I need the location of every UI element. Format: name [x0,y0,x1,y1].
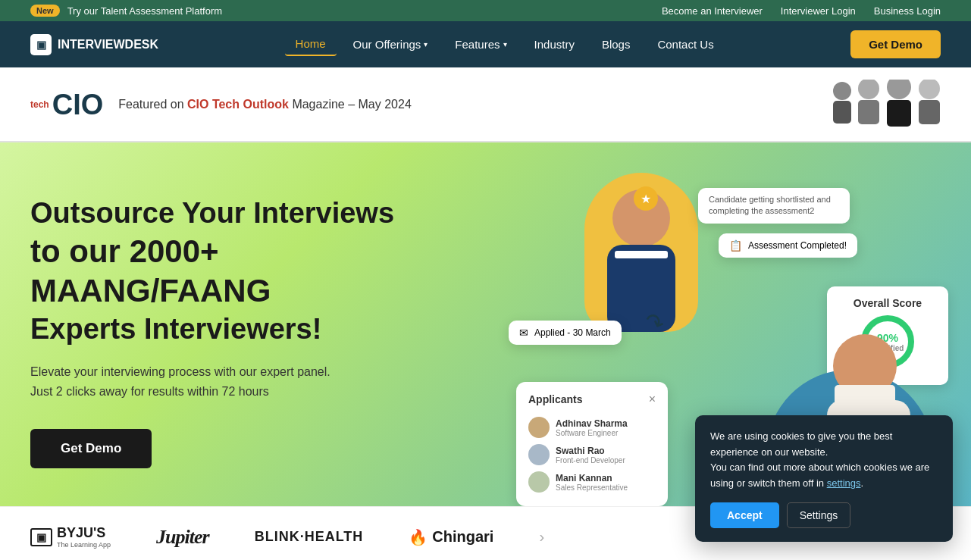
cookie-banner: We are using cookies to give you the bes… [695,415,953,542]
envelope-icon: ✉ [519,327,528,339]
hero-title-line3: Experts Interviewers! [30,313,321,345]
svg-rect-13 [835,385,895,411]
brand-jupiter: Jupiter [156,526,209,549]
people-illustration [827,80,941,129]
brand-chingari: 🔥 Chingari [409,528,493,546]
avatar [528,444,550,465]
announcement-left: New Try our Talent Assessment Platform [30,5,222,17]
get-demo-nav-button[interactable]: Get Demo [850,30,941,58]
featured-people [827,80,941,129]
nav-industry[interactable]: Industry [524,33,585,55]
applicant-role-1: Software Engineer [556,429,628,437]
cookie-buttons: Accept Settings [710,502,938,528]
hero-subtitle-line1: Elevate your interviewing process with o… [30,365,330,378]
svg-rect-7 [919,100,940,124]
cookie-settings-link[interactable]: settings [827,477,861,489]
applicant-info-1: Adhinav Sharma Software Engineer [556,418,628,437]
cio-logo: tech CIO [30,90,103,119]
new-badge: New [30,5,60,17]
cio-text: CIO [52,90,104,119]
logo-text: INTERVIEWDESK [58,38,158,52]
applicant-role-2: Front-end Developer [556,456,625,465]
cookie-settings-button[interactable]: Settings [787,502,851,528]
cookie-text-2: You can find out more about which cookie… [710,461,929,489]
candidate-card-text: Candidate getting shortlisted and comple… [709,194,839,217]
applicant-info-3: Mani Kannan Sales Representative [556,473,628,492]
table-row: Swathi Rao Front-end Developer [528,441,656,468]
byjus-name: BYJU'S [57,525,111,541]
brand-byjus-text: BYJU'S The Learning App [57,525,111,549]
announcement-bar: New Try our Talent Assessment Platform B… [0,0,971,21]
applicants-title: Applicants [528,393,583,405]
nav-offerings[interactable]: Our Offerings ▾ [343,33,439,55]
interviewer-login-link[interactable]: Interviewer Login [781,5,856,17]
hero-title-line2: to our 2000+ MAANG/FAANG [30,233,271,309]
star-badge: ★ [634,186,658,211]
featured-highlight2: CIO Tech Outlook [187,98,289,111]
svg-rect-1 [833,101,851,124]
svg-point-6 [919,80,940,99]
flame-icon: 🔥 [409,528,428,546]
score-title: Overall Score [841,297,935,309]
nav-blogs[interactable]: Blogs [591,33,641,55]
svg-point-4 [887,80,911,99]
nav-home[interactable]: Home [285,33,337,56]
brand-box-icon: ▣ [30,528,52,546]
applicant-name-2: Swathi Rao [556,446,625,456]
featured-prefix: Featured on [118,98,183,111]
clipboard-icon: 📋 [729,239,742,252]
table-row: Adhinav Sharma Software Engineer [528,414,656,441]
more-brands-indicator: › [539,528,544,546]
hero-subtitle-line2: Just 2 clicks away for results within 72… [30,385,269,398]
applicant-name-1: Adhinav Sharma [556,418,628,429]
cio-tech-label: tech [30,99,49,110]
person1-container: ★ [569,173,706,339]
hero-title: Outsource Your Interviews to our 2000+ M… [30,196,424,347]
applicants-header: Applicants × [528,393,656,406]
cookie-text-1: We are using cookies to give you the bes… [710,430,892,458]
offerings-chevron: ▾ [424,40,428,48]
brand-byjus: ▣ BYJU'S The Learning App [30,525,111,549]
assessment-float-card: 📋 Assessment Completed! [719,233,857,258]
svg-rect-5 [887,100,911,127]
table-row: Mani Kannan Sales Representative [528,468,656,496]
featured-suffix2: Magazine – May 2024 [292,98,411,111]
svg-rect-10 [615,251,668,258]
applicant-role-3: Sales Representative [556,483,628,492]
applicants-card: Applicants × Adhinav Sharma Software Eng… [516,382,668,506]
nav-contact[interactable]: Contact Us [647,33,724,55]
featured-text: Featured on CIO Tech Outlook Magazine – … [118,98,812,111]
hero-content: Outsource Your Interviews to our 2000+ M… [30,196,424,468]
nav-features[interactable]: Features ▾ [444,33,517,55]
features-chevron: ▾ [503,40,507,48]
logo-icon: ▣ [30,34,52,55]
close-icon[interactable]: × [649,393,656,406]
svg-point-0 [833,82,851,100]
applied-text: Applied - 30 March [534,327,611,338]
applied-float-card: ✉ Applied - 30 March [509,321,622,345]
nav-links: Home Our Offerings ▾ Features ▾ Industry… [285,33,725,56]
hero-subtitle: Elevate your interviewing process with o… [30,362,424,401]
candidate-float-card: Candidate getting shortlisted and comple… [698,188,850,224]
byjus-sub: The Learning App [57,541,111,549]
assessment-text: Assessment Completed! [748,240,847,251]
applicant-info-2: Swathi Rao Front-end Developer [556,446,625,465]
svg-point-2 [858,80,879,99]
hero-cta-button[interactable]: Get Demo [30,429,152,468]
svg-rect-3 [858,100,879,124]
announcement-text: Try our Talent Assessment Platform [67,5,222,17]
applicant-name-3: Mani Kannan [556,473,628,483]
avatar [528,471,550,493]
business-login-link[interactable]: Business Login [874,5,941,17]
hero-title-line1: Outsource Your Interviews [30,197,394,229]
avatar [528,417,550,438]
brand-blinkhealth: BLINK·HEALTH [255,529,364,545]
become-interviewer-link[interactable]: Become an Interviewer [662,5,763,17]
featured-bar: tech CIO Featured on CIO Tech Outlook Ma… [0,67,971,142]
cookie-accept-button[interactable]: Accept [710,502,779,528]
navbar: ▣ INTERVIEWDESK Home Our Offerings ▾ Fea… [0,21,971,67]
announcement-links: Become an Interviewer Interviewer Login … [662,5,941,17]
logo[interactable]: ▣ INTERVIEWDESK [30,34,158,55]
cookie-text: We are using cookies to give you the bes… [710,429,938,492]
chingari-name: Chingari [432,528,493,546]
